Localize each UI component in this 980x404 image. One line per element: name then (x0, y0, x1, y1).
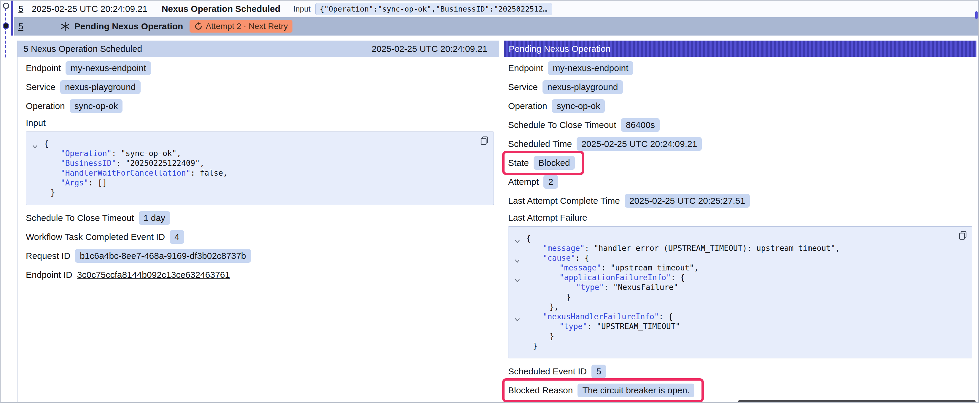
field-label: Operation (508, 101, 547, 111)
field-row-last-attempt-complete-time: Last Attempt Complete Time2025-02-25 UTC… (508, 194, 972, 208)
field-label: Schedule To Close Timeout (508, 120, 616, 130)
field-value-chip: nexus-playground (60, 80, 141, 94)
field-label: Blocked Reason (508, 385, 573, 395)
selected-event-indicator (11, 1, 13, 36)
timeline-marker-open-icon (3, 3, 9, 9)
asterisk-icon (60, 21, 70, 32)
copy-button[interactable] (958, 230, 968, 241)
json-key: "type" (576, 283, 604, 292)
field-value-chip: The circuit breaker is open. (578, 383, 694, 397)
last-attempt-failure-label: Last Attempt Failure (508, 213, 972, 223)
pending-operation-row[interactable]: 5 Pending Nexus Operation Attempt 2 · Ne… (14, 17, 978, 36)
field-value-chip: 86400s (621, 118, 660, 132)
failure-json-block: {"message": "handler error (UPSTREAM_TIM… (508, 226, 972, 358)
event-input-label: Input (293, 5, 310, 14)
event-detail-header: 5 Nexus Operation Scheduled 2025-02-25 U… (18, 41, 499, 57)
field-label: Scheduled Time (508, 139, 572, 149)
field-label: Service (508, 82, 538, 92)
timeline-marker-filled-icon (3, 22, 9, 29)
field-label: Scheduled Event ID (508, 366, 587, 377)
json-text: } (51, 188, 55, 197)
json-text: } (566, 293, 571, 301)
field-value-chip: nexus-playground (542, 80, 623, 94)
field-label: Endpoint (26, 63, 61, 73)
input-json-label: Input (26, 118, 494, 128)
field-label: State (508, 158, 529, 168)
retry-icon (194, 22, 203, 30)
field-value-chip: my-nexus-endpoint (548, 61, 633, 75)
field-label: Schedule To Close Timeout (26, 213, 134, 223)
horizontal-scrollbar-thumb[interactable] (738, 400, 975, 403)
field-label: Attempt (508, 177, 539, 187)
field-row-schedule-to-close-timeout: Schedule To Close Timeout86400s (508, 118, 972, 132)
timeline-connector-line (5, 8, 6, 57)
field-value-chip: sync-op-ok (70, 99, 123, 113)
field-row-scheduled-event-id: Scheduled Event ID5 (508, 364, 972, 379)
event-detail-time: 2025-02-25 UTC 20:24:09.21 (372, 44, 487, 54)
json-key: "Args" (60, 178, 88, 187)
retry-badge: Attempt 2 · Next Retry (189, 20, 293, 33)
event-input-preview: {"Operation":"sync-op-ok","BusinessID":"… (315, 3, 552, 15)
pending-operation-header-title: Pending Nexus Operation (509, 44, 972, 54)
retry-badge-label: Attempt 2 · Next Retry (205, 22, 288, 31)
json-text: : "handler error (UPSTREAM_TIMEOUT): ups… (585, 244, 840, 253)
field-row-schedule-to-close-timeout: Schedule To Close Timeout1 day (26, 211, 494, 225)
copy-button[interactable] (479, 135, 489, 146)
event-detail-title: 5 Nexus Operation Scheduled (24, 44, 372, 54)
field-row-endpoint: Endpointmy-nexus-endpoint (26, 61, 494, 75)
event-row[interactable]: 5 2025-02-25 UTC 20:24:09.21 Nexus Opera… (14, 1, 978, 17)
json-key: "HandlerWaitForCancellation" (60, 168, 191, 177)
field-label: Endpoint (508, 63, 543, 73)
field-value-chip: Blocked (534, 156, 575, 170)
event-time: 2025-02-25 UTC 20:24:09.21 (32, 4, 147, 14)
field-value-chip: 1 day (139, 211, 170, 225)
field-row-endpoint-id: Endpoint ID3c0c75ccfa8144b092c13ce632463… (26, 268, 494, 282)
json-text: : { (659, 312, 673, 321)
input-json-block: {"Operation": "sync-op-ok","BusinessID":… (26, 131, 494, 205)
field-value-chip: sync-op-ok (552, 99, 605, 113)
field-value-chip: 2025-02-25 UTC 20:24:09.21 (577, 137, 702, 151)
json-text: } (533, 342, 538, 350)
json-key: "message" (559, 263, 601, 272)
field-row-state: StateBlocked (508, 156, 972, 170)
pending-event-id-link[interactable]: 5 (18, 21, 24, 32)
field-label: Last Attempt Complete Time (508, 196, 620, 206)
json-text: : [] (88, 178, 107, 187)
json-key: "applicationFailureInfo" (559, 273, 671, 282)
field-row-scheduled-time: Scheduled Time2025-02-25 UTC 20:24:09.21 (508, 137, 972, 151)
field-value-chip: 2 (543, 175, 558, 189)
field-row-operation: Operationsync-op-ok (508, 99, 972, 113)
highlight-box: StateBlocked (502, 151, 584, 175)
json-text: : { (576, 253, 589, 262)
field-label: Workflow Task Completed Event ID (26, 232, 165, 242)
pending-operation-header: Pending Nexus Operation (504, 41, 977, 57)
field-label: Operation (26, 101, 65, 111)
field-value-link[interactable]: 3c0c75ccfa8144b092c13ce632463761 (77, 270, 230, 280)
field-value-chip: 4 (170, 230, 184, 244)
field-label: Endpoint ID (26, 270, 72, 280)
json-text: : "UPSTREAM_TIMEOUT" (587, 322, 680, 331)
json-text: { (526, 234, 531, 243)
pending-operation-title: Pending Nexus Operation (75, 21, 183, 32)
field-row-blocked-reason: Blocked ReasonThe circuit breaker is ope… (508, 383, 972, 398)
json-key: "message" (543, 244, 585, 253)
field-value-chip: 5 (592, 364, 606, 378)
field-row-service: Servicenexus-playground (26, 80, 494, 94)
json-text: } (549, 332, 554, 341)
json-key: "nexusHandlerFailureInfo" (543, 312, 659, 321)
json-text: : { (671, 273, 685, 282)
vertical-scrollbar-thumb[interactable] (975, 11, 978, 19)
json-text: { (44, 139, 49, 148)
json-text: }, (549, 303, 558, 311)
highlight-box: Blocked ReasonThe circuit breaker is ope… (502, 378, 704, 402)
field-label: Service (26, 82, 56, 92)
json-text: : "20250225122409", (116, 159, 204, 168)
json-text: : "upstream timeout", (601, 263, 699, 272)
pending-operation-panel: Pending Nexus Operation Endpointmy-nexus… (504, 41, 977, 402)
field-label: Request ID (26, 251, 70, 261)
field-row-request-id: Request IDb1c6a4bc-8ee7-468a-9169-df3b02… (26, 249, 494, 263)
field-value-chip: my-nexus-endpoint (65, 61, 151, 75)
event-id-link[interactable]: 5 (18, 4, 24, 14)
json-text: : false, (191, 168, 228, 177)
field-value-chip: 2025-02-25 UTC 20:25:27.51 (625, 194, 750, 208)
